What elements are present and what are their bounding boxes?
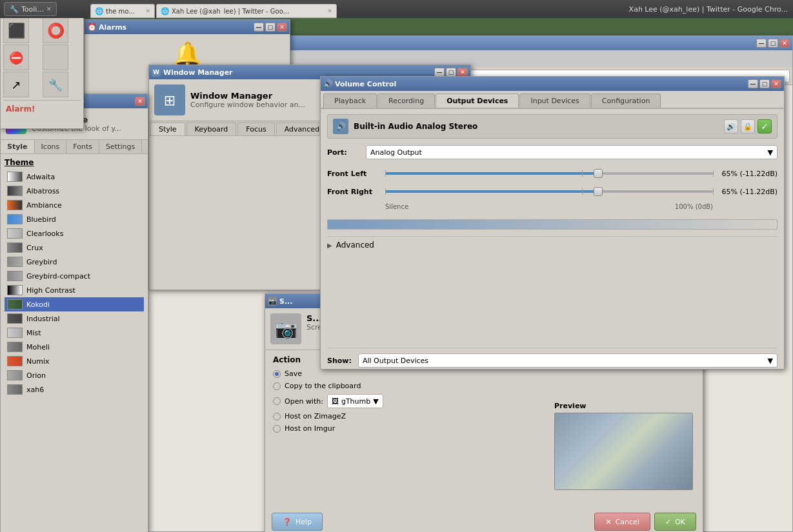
volume-tab-input[interactable]: Input Devices (519, 94, 590, 108)
alarms-close[interactable]: ✕ (277, 23, 287, 32)
volume-lock-btn[interactable]: 🔒 (741, 119, 755, 133)
theme-item-high-contrast[interactable]: Volume Control High Contrast (5, 283, 144, 297)
wm-minimize[interactable]: — (434, 68, 445, 77)
volume-check-btn[interactable]: ✓ (758, 119, 772, 133)
theme-item-moheli[interactable]: Moheli (5, 340, 144, 354)
radio-clipboard-label: Copy to the clipboard (285, 382, 361, 390)
volume-minimize[interactable]: — (748, 79, 758, 88)
firefox-close[interactable]: ✕ (779, 39, 790, 48)
appearance-controls[interactable]: ✕ (135, 97, 145, 106)
theme-item-greybird-compact[interactable]: Greybird-compact (5, 269, 144, 283)
front-right-thumb[interactable] (594, 187, 603, 196)
front-right-tick3 (713, 188, 714, 195)
theme-item-crux[interactable]: Crux (5, 241, 144, 255)
tab-fonts[interactable]: Fonts (66, 140, 99, 153)
alarms-minimize[interactable]: — (254, 23, 264, 32)
volume-title-text: Volume Control (335, 80, 748, 88)
volume-tab-output[interactable]: Output Devices (436, 94, 519, 108)
appearance-close[interactable]: ✕ (135, 97, 145, 106)
taskbar-tab-chrome[interactable]: 🌐 the mo... ✕ (90, 4, 155, 18)
volume-tabs-bar: Playback Recording Output Devices Input … (321, 91, 784, 109)
appearance-tabs: Style Icons Fonts Settings (1, 140, 148, 154)
wm-maximize[interactable]: □ (446, 68, 456, 77)
help-button[interactable]: ❓ Help (272, 513, 323, 531)
taskbar-item-toolbox[interactable]: 🔧 Tooli... ✕ (4, 2, 57, 16)
theme-item-industrial[interactable]: Industrial (5, 311, 144, 326)
theme-item-adwaita[interactable]: Adwaita (5, 170, 144, 184)
swatch-industrial (7, 313, 23, 324)
toolbox-item-2[interactable]: ⭕ (43, 17, 68, 43)
toolbox-item-6[interactable]: 🔧 (43, 72, 68, 97)
volume-close[interactable]: ✕ (771, 79, 781, 88)
radio-save-label: Save (285, 369, 302, 378)
preview-image (554, 413, 693, 490)
chrome-tab-close[interactable]: ✕ (145, 8, 150, 14)
cancel-button[interactable]: ✕ Cancel (594, 513, 650, 531)
radio-imgur-circle[interactable] (273, 425, 281, 433)
tab-settings[interactable]: Settings (99, 140, 142, 153)
tab-icons[interactable]: Icons (35, 140, 67, 153)
theme-item-greybird[interactable]: Greybird (5, 255, 144, 269)
alarms-maximize[interactable]: □ (265, 23, 276, 32)
front-right-slider[interactable] (385, 185, 713, 198)
swatch-greybird-compact (7, 271, 23, 281)
volume-controls[interactable]: — □ ✕ (748, 79, 781, 88)
wm-tab-keyboard[interactable]: Keyboard (186, 123, 237, 135)
toolbox-item-1[interactable]: ⬛ (3, 17, 29, 43)
theme-item-xah6[interactable]: xah6 (5, 382, 144, 397)
theme-item-orion[interactable]: Orion (5, 368, 144, 382)
radio-save-circle[interactable] (273, 370, 281, 378)
volume-tab-config[interactable]: Configuration (591, 94, 661, 108)
toolbox-item-3[interactable]: ⛔ (3, 44, 29, 70)
chrome-tab2-label: Xah Lee (@xah_lee) | Twitter - Goo... (172, 8, 289, 15)
cancel-label: Cancel (616, 518, 639, 526)
taskbar-right: Xah Lee (@xah_lee) | Twitter - Google Ch… (624, 5, 793, 14)
toolbox-item-5[interactable]: ↗ (3, 72, 29, 97)
cancel-icon: ✕ (605, 518, 611, 526)
volume-maximize[interactable]: □ (759, 79, 770, 88)
show-dropdown-icon: ▼ (768, 357, 773, 365)
port-select[interactable]: Analog Output ▼ (366, 145, 778, 159)
ok-label: OK (675, 518, 685, 526)
device-audio-icon: 🔊 (333, 119, 348, 134)
volume-tab-recording[interactable]: Recording (377, 94, 435, 108)
taskbar-close-toolbox[interactable]: ✕ (46, 6, 52, 12)
tab-style[interactable]: Style (1, 140, 35, 153)
firefox-minimize[interactable]: — (756, 39, 767, 48)
theme-item-kokodi[interactable]: Kokodi (5, 297, 144, 311)
chrome-tab2-close[interactable]: ✕ (327, 8, 332, 14)
taskbar-tab-chrome2[interactable]: 🌐 Xah Lee (@xah_lee) | Twitter - Goo... … (156, 4, 337, 18)
theme-item-numix[interactable]: Numix (5, 354, 144, 368)
volume-inner: 🔊 Built-in Audio Analog Stereo 🔊 🔒 ✓ Por… (321, 109, 784, 373)
theme-item-mist[interactable]: Mist (5, 326, 144, 340)
radio-openwith-circle[interactable] (273, 397, 281, 405)
theme-item-ambiance[interactable]: Ambiance (5, 198, 144, 212)
advanced-row[interactable]: ▶ Advanced (327, 236, 778, 253)
volume-mute-btn[interactable]: 🔊 (724, 119, 738, 133)
firefox-window-controls[interactable]: — □ ✕ (756, 39, 790, 48)
theme-item-clearlooks[interactable]: Clearlooks (5, 226, 144, 241)
front-left-slider[interactable] (385, 167, 713, 180)
swatch-kokodi (7, 299, 23, 310)
front-right-value: 65% (-11.22dB) (719, 188, 778, 196)
wm-tab-focus[interactable]: Focus (237, 123, 274, 135)
wm-controls[interactable]: — □ ✕ (434, 68, 468, 77)
app-select[interactable]: 🖼 gThumb ▼ (327, 394, 383, 408)
theme-label-greybird-compact: Greybird-compact (26, 272, 90, 281)
toolbox-grid: ⬛ ⭕ ⛔ ↗ 🔧 (3, 17, 81, 97)
wm-tab-style[interactable]: Style (150, 123, 185, 135)
volume-tab-playback[interactable]: Playback (323, 94, 377, 108)
alarms-controls[interactable]: — □ ✕ (254, 23, 287, 32)
ok-button[interactable]: ✓ OK (654, 513, 696, 531)
radio-clipboard-circle[interactable] (273, 382, 281, 390)
wm-close[interactable]: ✕ (457, 68, 468, 77)
theme-item-albatross[interactable]: Albatross (5, 184, 144, 198)
volume-progress-bar (327, 219, 778, 230)
theme-item-bluebird[interactable]: Bluebird (5, 212, 144, 226)
front-left-thumb[interactable] (594, 169, 603, 178)
firefox-maximize[interactable]: □ (768, 39, 778, 48)
toolbox-item-4[interactable] (43, 44, 68, 70)
show-select[interactable]: All Output Devices ▼ (358, 353, 778, 368)
radio-zimageZ-circle[interactable] (273, 413, 281, 420)
front-left-row: Front Left 65% (-11.22dB) (327, 167, 778, 180)
